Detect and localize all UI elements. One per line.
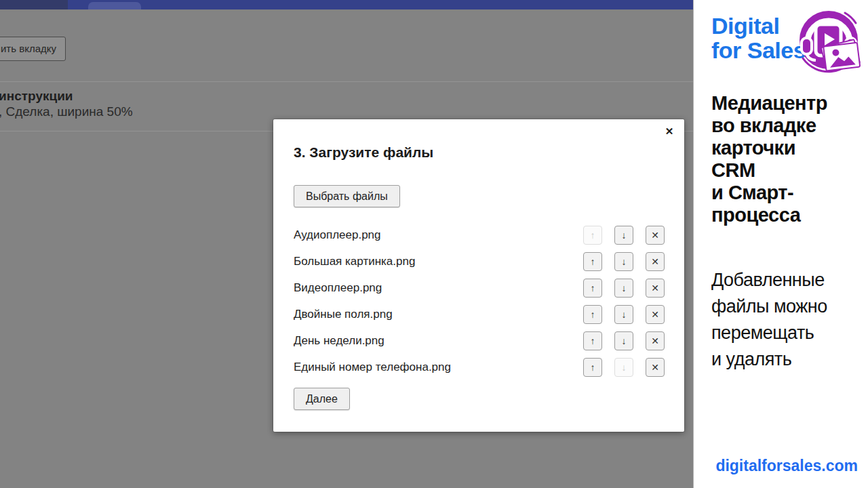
sidebar-note: Добавленные файлы можно перемещать и уда… bbox=[711, 267, 827, 373]
move-down-button[interactable]: ↓ bbox=[614, 305, 633, 324]
note-line: Добавленные bbox=[711, 267, 827, 293]
file-name: Единый номер телефона.png bbox=[294, 361, 571, 374]
file-row: Видеоплеер.png ↑ ↓ ✕ bbox=[294, 274, 665, 301]
upload-files-dialog: ✕ 3. Загрузите файлы Выбрать файлы Аудио… bbox=[273, 119, 684, 432]
file-row-actions: ↑ ↓ ✕ bbox=[571, 279, 665, 298]
heading-line: и Смарт- bbox=[711, 182, 827, 204]
file-row-actions: ↑ ↓ ✕ bbox=[571, 358, 665, 377]
file-row: Большая картинка.png ↑ ↓ ✕ bbox=[294, 248, 665, 274]
note-line: и удалять bbox=[711, 346, 827, 373]
file-name: Видеоплеер.png bbox=[294, 281, 571, 295]
remove-file-button[interactable]: ✕ bbox=[646, 331, 665, 350]
note-line: перемещать bbox=[711, 320, 827, 346]
move-up-button[interactable]: ↑ bbox=[583, 305, 602, 324]
file-row: Аудиоплеер.png ↑ ↓ ✕ bbox=[294, 222, 665, 248]
move-up-button: ↑ bbox=[583, 226, 602, 245]
file-row-actions: ↑ ↓ ✕ bbox=[571, 331, 665, 350]
site-url: digitalforsales.com bbox=[715, 457, 858, 475]
file-row-actions: ↑ ↓ ✕ bbox=[571, 252, 665, 271]
brand-line-1: Digital bbox=[711, 14, 806, 38]
heading-line: процесса bbox=[711, 204, 827, 226]
file-row-actions: ↑ ↓ ✕ bbox=[571, 305, 665, 324]
next-button[interactable]: Далее bbox=[294, 388, 350, 410]
move-up-button[interactable]: ↑ bbox=[583, 252, 602, 271]
file-row: Единый номер телефона.png ↑ ↓ ✕ bbox=[294, 354, 665, 380]
heading-line: во вкладке bbox=[711, 115, 827, 137]
move-down-button[interactable]: ↓ bbox=[614, 279, 633, 298]
heading-line: CRM bbox=[711, 159, 827, 182]
remove-file-button[interactable]: ✕ bbox=[646, 279, 665, 298]
dialog-title: 3. Загрузите файлы bbox=[294, 144, 433, 161]
move-down-button[interactable]: ↓ bbox=[614, 331, 633, 350]
file-list: Аудиоплеер.png ↑ ↓ ✕ Большая картинка.pn… bbox=[294, 222, 665, 380]
file-row-actions: ↑ ↓ ✕ bbox=[571, 226, 665, 245]
remove-file-button[interactable]: ✕ bbox=[646, 226, 665, 245]
choose-files-button[interactable]: Выбрать файлы bbox=[294, 185, 400, 207]
divider bbox=[0, 81, 693, 82]
info-sidebar: Digital for Sales bbox=[693, 0, 868, 488]
file-name: День недели.png bbox=[294, 334, 571, 348]
file-name: Двойные поля.png bbox=[294, 308, 571, 321]
move-down-button: ↓ bbox=[614, 358, 633, 377]
remove-file-button[interactable]: ✕ bbox=[646, 305, 665, 324]
heading-line: карточки bbox=[711, 137, 827, 159]
list-item-title: инструкции bbox=[0, 88, 133, 104]
file-name: Большая картинка.png bbox=[294, 255, 571, 268]
file-name: Аудиоплеер.png bbox=[294, 228, 571, 242]
brand-name: Digital for Sales bbox=[711, 14, 806, 62]
move-up-button[interactable]: ↑ bbox=[583, 331, 602, 350]
move-up-button[interactable]: ↑ bbox=[583, 358, 602, 377]
browser-tab bbox=[88, 2, 141, 9]
browser-topbar bbox=[0, 0, 693, 9]
add-tab-button[interactable]: ить вкладку bbox=[0, 37, 66, 61]
brand-line-2: for Sales bbox=[711, 38, 806, 62]
move-up-button[interactable]: ↑ bbox=[583, 279, 602, 298]
remove-file-button[interactable]: ✕ bbox=[646, 358, 665, 377]
slide-canvas: ить вкладку инструкции , Сделка, ширина … bbox=[0, 0, 868, 488]
move-down-button[interactable]: ↓ bbox=[614, 226, 633, 245]
note-line: файлы можно bbox=[711, 293, 827, 320]
media-center-logo-icon bbox=[795, 4, 864, 76]
page-list-item: инструкции , Сделка, ширина 50% bbox=[0, 88, 133, 119]
file-row: Двойные поля.png ↑ ↓ ✕ bbox=[294, 301, 665, 327]
move-down-button[interactable]: ↓ bbox=[614, 252, 633, 271]
sidebar-heading: Медиацентр во вкладке карточки CRM и Сма… bbox=[711, 92, 827, 226]
topbar-left-segment bbox=[0, 0, 68, 9]
heading-line: Медиацентр bbox=[711, 92, 827, 115]
close-icon[interactable]: ✕ bbox=[663, 125, 676, 138]
remove-file-button[interactable]: ✕ bbox=[646, 252, 665, 271]
file-row: День недели.png ↑ ↓ ✕ bbox=[294, 327, 665, 354]
list-item-subtitle: , Сделка, ширина 50% bbox=[0, 104, 133, 119]
